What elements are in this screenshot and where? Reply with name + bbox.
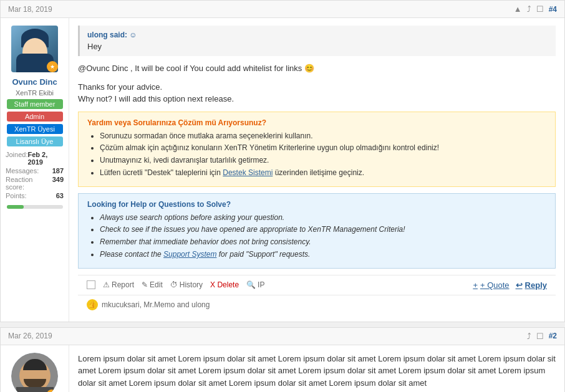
thanks-line-2: Why not? I will add this option next rel… (78, 94, 234, 103)
edit-button[interactable]: ✎ Edit (142, 280, 163, 289)
reply-message: Thanks for your advice. Why not? I will … (78, 81, 556, 105)
quoted-message: ulong said: ☺ Hey (78, 26, 556, 56)
avatar-2-badge: ★ (47, 390, 57, 392)
post-1-avatar: ★ (11, 26, 58, 72)
post-2-content: Lorem ipsum dolar sit amet Lorem ipsum d… (69, 345, 564, 392)
avatar-2-hair (23, 359, 47, 370)
reaction-score: 349 (52, 176, 64, 191)
post-1-actions-right: + + Quote ↩ Reply (473, 280, 547, 290)
reaction-users: mkucuksari, Mr.Memo and ulong (102, 300, 210, 309)
ip-button[interactable]: 🔍 IP (246, 280, 264, 289)
post-1-actions-left: ⚠ Report ✎ Edit ⏱ History X Delete (87, 280, 264, 289)
mention-message: @Ovunc Dinc , It will be cool if You cou… (78, 62, 556, 75)
help-box-tr: Yardım veya Sorularınıza Çözüm mü Arıyor… (78, 112, 556, 187)
avatar-image-2: ★ (11, 353, 58, 392)
post-1-header-left: Mar 18, 2019 (8, 5, 52, 14)
quoted-author: ulong said: ☺ (87, 31, 548, 39)
post2-number: #2 (549, 332, 557, 340)
post-2: Mar 26, 2019 ⤴ ☐ #2 ★ XenDev Administ (0, 327, 565, 392)
reply-icon: ↩ (516, 280, 523, 290)
help-item-tr-4: Lütfen ücretli "Destek" taleplerini için… (100, 168, 546, 178)
post-1-content: ulong said: ☺ Hey @Ovunc Dinc , It will … (69, 18, 564, 322)
post-2-date: Mar 26, 2019 (8, 332, 52, 340)
progress-bar (7, 205, 24, 209)
warning-icon: ⚠ (103, 280, 110, 289)
help-item-en-2: Check to see if the issues you have open… (100, 224, 546, 235)
history-icon: ⏱ (170, 280, 178, 289)
post-1-reactions: 👍 mkucuksari, Mr.Memo and ulong (78, 295, 556, 314)
post-2-header-left: Mar 26, 2019 (8, 332, 52, 340)
help-list-tr: Sorunuzu sormadan önce mutlaka arama seç… (87, 131, 546, 178)
post-1-actions: ⚠ Report ✎ Edit ⏱ History X Delete (78, 275, 556, 295)
quote-icon: + (473, 280, 478, 290)
quote-label: + Quote (480, 280, 509, 290)
post-number: #4 (549, 5, 557, 14)
post-1-header-right: ▲ ⤴ ☐ #4 (514, 4, 557, 14)
help-item-tr-1: Sorunuzu sormadan önce mutlaka arama seç… (100, 131, 546, 141)
badge-xentr: XenTR Üyesi (7, 124, 63, 134)
edit-label: Edit (150, 280, 163, 289)
search-icon: 🔍 (246, 280, 256, 289)
help-box-tr-title: Yardım veya Sorularınıza Çözüm mü Arıyor… (87, 118, 546, 127)
help-item-en-1: Always use search options before asking … (100, 213, 546, 223)
help-item-tr-2: Çözüm almak için açtığınız konuların Xen… (100, 143, 546, 153)
help-list-en: Always use search options before asking … (87, 213, 546, 260)
upvote-button[interactable]: ▲ (514, 4, 522, 14)
help-item-tr-3: Unutmayınız ki, ivedi davranışlar tutarl… (100, 155, 546, 166)
bookmark-button[interactable]: ☐ (536, 4, 544, 14)
post-2-avatar: ★ (11, 353, 58, 392)
reply-label: Reply (525, 280, 547, 290)
like-icon: 👍 (87, 299, 98, 310)
post-2-body: ★ XenDev Administrator Staff member Join… (1, 345, 564, 392)
help-item-en-3: Remember that immediate behavior does no… (100, 237, 546, 247)
support-link[interactable]: Support System (163, 250, 216, 259)
ip-label: IP (258, 280, 264, 289)
post-1-sidebar: ★ Ovunc Dinc XenTR Ekibi Staff member Ad… (1, 18, 69, 322)
avatar-badge: ★ (47, 61, 58, 72)
post-2-header: Mar 26, 2019 ⤴ ☐ #2 (1, 328, 564, 345)
post-1-user-stats: Joined:Feb 2, 2019 Messages:187 Reaction… (6, 149, 64, 201)
post-1-date: Mar 18, 2019 (8, 5, 52, 14)
destek-link[interactable]: Destek Sistemi (223, 168, 273, 177)
post-1-header: Mar 18, 2019 ▲ ⤴ ☐ #4 (1, 1, 564, 18)
report-label: Report (112, 280, 134, 289)
points: 63 (56, 192, 64, 199)
quote-button[interactable]: + + Quote (473, 280, 509, 290)
thanks-line-1: Thanks for your advice. (78, 82, 162, 92)
post-2-sidebar: ★ XenDev Administrator Staff member Join… (1, 345, 69, 392)
reply-button[interactable]: ↩ Reply (516, 280, 547, 290)
badge-lisansli: Lisanslı Üye (7, 136, 63, 146)
quoted-text: Hey (87, 42, 548, 51)
help-box-en: Looking for Help or Questions to Solve? … (78, 193, 556, 269)
delete-button[interactable]: X Delete (210, 280, 239, 289)
avatar-image-1: ★ (11, 26, 58, 72)
post2-share-button[interactable]: ⤴ (527, 332, 531, 341)
report-button[interactable]: ⚠ Report (103, 280, 134, 289)
history-button[interactable]: ⏱ History (170, 280, 203, 289)
delete-label: X Delete (210, 280, 239, 289)
post-2-header-right: ⤴ ☐ #2 (527, 332, 557, 341)
messages-count: 187 (52, 167, 64, 174)
post-1-body: ★ Ovunc Dinc XenTR Ekibi Staff member Ad… (1, 18, 564, 322)
badge-admin: Admin (7, 112, 63, 122)
help-item-en-4: Please contact the Support System for pa… (100, 249, 546, 260)
edit-icon: ✎ (142, 280, 148, 289)
post-2-message: Lorem ipsum dolar sit amet Lorem ipsum d… (78, 353, 556, 390)
post-1-username[interactable]: Ovunc Dinc (12, 77, 57, 87)
post-1-user-role: XenTR Ekibi (16, 89, 54, 97)
post2-bookmark-button[interactable]: ☐ (536, 332, 544, 341)
help-box-en-title: Looking for Help or Questions to Solve? (87, 200, 546, 209)
share-button[interactable]: ⤴ (527, 4, 531, 14)
history-label: History (180, 280, 203, 289)
select-checkbox[interactable] (87, 280, 95, 289)
badge-staff: Staff member (7, 99, 63, 109)
join-date: Feb 2, 2019 (27, 151, 64, 166)
progress-bar-container (7, 205, 63, 209)
post-1: Mar 18, 2019 ▲ ⤴ ☐ #4 ★ Ovunc Dinc XenTR… (0, 0, 565, 322)
